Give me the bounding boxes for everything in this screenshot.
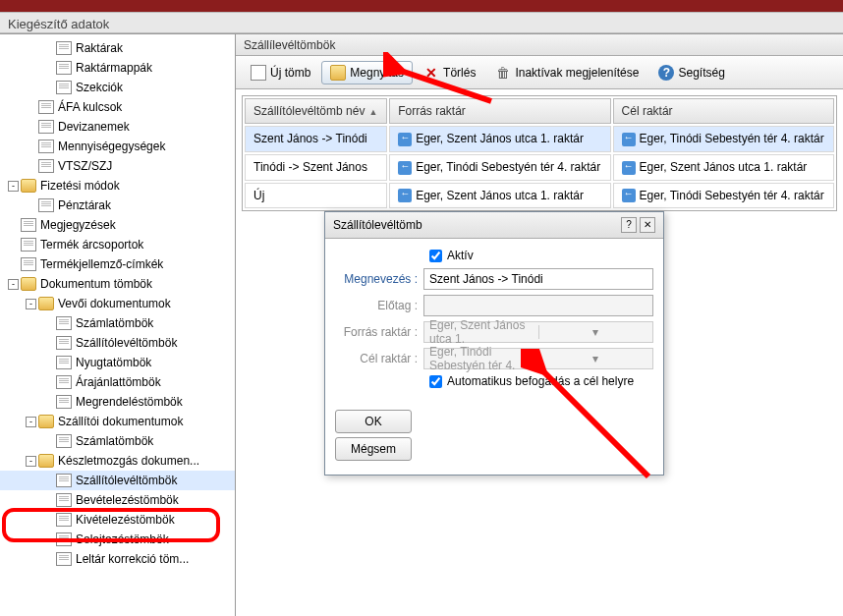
col-name[interactable]: Szállítólevéltömb név▲ [245,98,387,124]
tree-item-label: Termékjellemző-címkék [39,257,235,271]
source-combo: Eger, Szent János utca 1.▾ [423,321,653,343]
tree-item[interactable]: -Készletmozgás dokumen... [0,451,235,471]
tree-item[interactable]: Szállítólevéltömbök [0,471,235,490]
sidebar-tree[interactable]: RaktárakRaktármappákSzekciókÁFA kulcsokD… [0,34,236,616]
tree-item[interactable]: Szállítólevéltömbök [0,333,235,353]
delete-icon: ✕ [423,65,439,81]
tree-item-label: Szállítólevéltömbök [75,474,235,487]
new-icon [251,65,266,81]
document-icon [56,336,72,350]
data-grid[interactable]: Szállítólevéltömb név▲ Forrás raktár Cél… [242,95,837,211]
cancel-button[interactable]: Mégsem [335,437,412,461]
tree-item-label: Nyugtatömbök [75,356,235,369]
tree-item-label: Raktármappák [75,61,235,75]
table-row[interactable]: Szent János -> TinódiEger, Szent János u… [245,126,834,152]
panel-title: Szállílevéltömbök [236,34,843,56]
tree-item[interactable]: Megjegyzések [0,215,235,235]
prefix-field [423,295,653,316]
tree-item[interactable]: Pénztárak [0,196,235,215]
tree-item-label: Szekciók [75,81,235,94]
document-icon [56,375,72,389]
tree-item[interactable]: Megrendeléstömbök [0,392,235,412]
tree-item[interactable]: -Vevői dokumentumok [0,294,235,313]
tree-item[interactable]: Termék árcsoportok [0,235,235,254]
dialog-help-button[interactable]: ? [621,217,637,233]
expand-toggle[interactable]: - [26,299,36,309]
cell-source: Eger, Szent János utca 1. raktár [389,183,610,209]
tree-item[interactable]: ÁFA kulcsok [0,97,235,117]
col-source[interactable]: Forrás raktár [389,98,610,124]
tree-item[interactable]: Mennyiségegységek [0,137,235,156]
tree-item-label: ÁFA kulcsok [57,100,235,114]
folder-icon [21,179,36,193]
active-label: Aktív [447,249,474,262]
help-button[interactable]: ?Segítség [649,61,733,84]
col-dest[interactable]: Cél raktár [613,98,834,124]
tree-item[interactable]: Selejtezéstömbök [0,530,235,549]
open-button[interactable]: Megnyitás [321,61,413,84]
name-field[interactable] [423,268,653,290]
tree-item-label: Selejtezéstömbök [75,532,235,546]
tree-item[interactable]: Raktármappák [0,58,235,78]
tree-item[interactable]: -Szállítói dokumentumok [0,412,235,431]
document-icon [21,238,36,252]
document-icon [56,41,72,55]
cell-source: Eger, Tinódi Sebestyén tér 4. raktár [389,154,610,181]
new-button[interactable]: Új tömb [242,61,319,84]
document-icon [56,395,72,409]
tree-item[interactable]: -Dokumentum tömbök [0,274,235,294]
document-icon [56,61,72,75]
tree-item-label: Szállítólevéltömbök [75,336,235,350]
tree-item-label: Leltár korrekció töm... [75,552,235,566]
delete-button[interactable]: ✕Törlés [415,61,484,84]
tree-item-label: Vevői dokumentumok [57,297,235,310]
tree-item-label: Fizetési módok [39,179,235,193]
tree-item[interactable]: -Fizetési módok [0,176,235,196]
document-icon [21,218,36,232]
table-row[interactable]: Tinódi -> Szent JánosEger, Tinódi Sebest… [245,154,834,181]
expand-toggle[interactable]: - [26,417,36,427]
table-row[interactable]: ÚjEger, Szent János utca 1. raktárEger, … [245,183,834,209]
active-checkbox[interactable] [429,250,442,262]
document-icon [38,159,54,173]
expand-toggle[interactable]: - [26,456,36,467]
tree-item[interactable]: Devizanemek [0,117,235,137]
tree-item-label: Mennyiségegységek [57,140,235,153]
tree-item-label: Dokumentum tömbök [39,277,235,291]
tree-item[interactable]: Számlatömbök [0,313,235,333]
tree-item-label: Devizanemek [57,120,235,134]
document-icon [56,552,72,566]
cell-dest: Eger, Tinódi Sebestyén tér 4. raktár [613,126,834,152]
tree-item[interactable]: Számlatömbök [0,431,235,451]
tree-item[interactable]: Kivételezéstömbök [0,510,235,530]
ok-button[interactable]: OK [335,410,412,433]
trash-icon: 🗑 [495,65,511,81]
tree-item[interactable]: Szekciók [0,78,235,97]
document-icon [56,356,72,369]
source-label: Forrás raktár : [335,325,423,339]
content-area: Szállílevéltömbök Új tömb Megnyitás ✕Tör… [236,34,843,616]
tree-item[interactable]: Leltár korrekció töm... [0,549,235,569]
auto-accept-checkbox[interactable] [429,375,442,388]
tree-item[interactable]: VTSZ/SZJ [0,156,235,176]
tree-item[interactable]: Raktárak [0,38,235,58]
tree-item[interactable]: Bevételezéstömbök [0,490,235,510]
tree-item-label: Számlatömbök [75,434,235,448]
document-icon [38,120,54,134]
document-icon [38,140,54,153]
tree-item[interactable]: Termékjellemző-címkék [0,254,235,274]
expand-toggle[interactable]: - [8,279,19,290]
document-icon [56,434,72,448]
document-icon [56,493,72,507]
document-icon [56,81,72,94]
show-inactive-button[interactable]: 🗑Inaktívak megjelenítése [486,61,647,84]
tree-item[interactable]: Nyugtatömbök [0,353,235,372]
tree-item-label: Pénztárak [57,198,235,212]
tree-item[interactable]: Árajánlattömbök [0,372,235,392]
warehouse-icon [622,189,636,202]
cell-name: Tinódi -> Szent János [245,154,387,181]
warehouse-icon [622,133,636,146]
dialog-close-button[interactable]: ✕ [640,217,655,233]
expand-toggle[interactable]: - [8,181,19,192]
warehouse-icon [398,189,412,202]
